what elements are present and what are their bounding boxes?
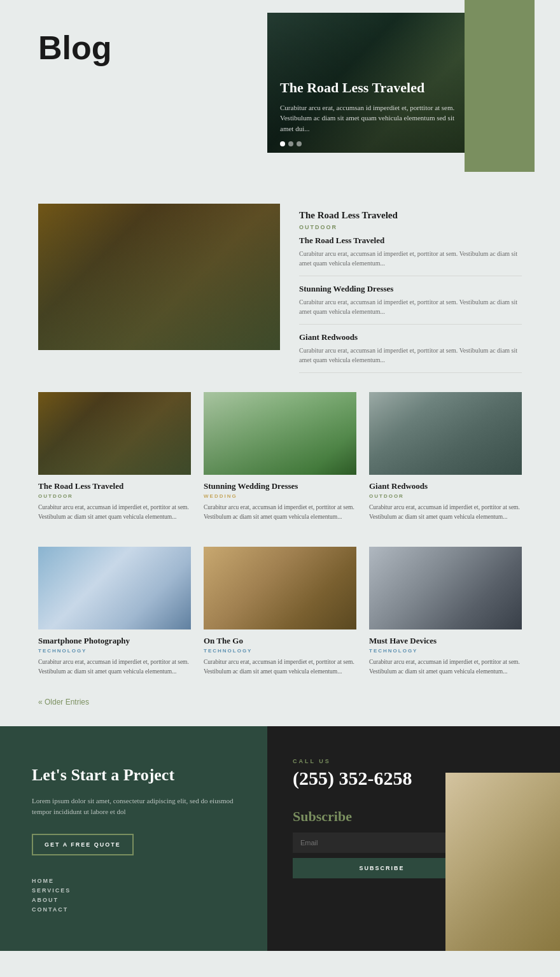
grid-card-desc-1: Curabitur arcu erat, accumsan id imperdi… [38, 503, 191, 521]
grid-card-5[interactable]: On The Go TECHNOLOGY Curabitur arcu erat… [204, 547, 356, 676]
grid-card-image-5 [204, 547, 356, 629]
older-entries-link[interactable]: « Older Entries [38, 698, 89, 706]
footer-nav: HOME SERVICES ABOUT CONTACT [32, 878, 235, 913]
footer-nav-about[interactable]: ABOUT [32, 897, 235, 903]
footer: Let's Start a Project Lorem ipsum dolor … [0, 726, 560, 951]
footer-right: CALL US (255) 352-6258 Subscribe SUBSCRI… [267, 726, 560, 951]
grid-card-image-6 [369, 547, 522, 629]
grid-card-cat-5: TECHNOLOGY [204, 648, 356, 654]
grid-card-cat-3: OUTDOOR [369, 493, 522, 499]
grid-card-2[interactable]: Stunning Wedding Dresses WEDDING Curabit… [204, 392, 356, 521]
footer-nav-contact[interactable]: CONTACT [32, 906, 235, 913]
featured-image [38, 204, 280, 350]
footer-nav-services[interactable]: SERVICES [32, 887, 235, 894]
grid-card-cat-4: TECHNOLOGY [38, 648, 191, 654]
grid-card-title-5: On The Go [204, 636, 356, 646]
featured-section: The Road Less Traveled OUTDOOR The Road … [0, 185, 560, 386]
get-free-quote-button[interactable]: GET A FREE QUOTE [32, 834, 134, 855]
footer-nav-home[interactable]: HOME [32, 878, 235, 884]
sidebar-item-desc-3: Curabitur arcu erat, accumsan id imperdi… [299, 346, 522, 365]
grid-card-title-6: Must Have Devices [369, 636, 522, 646]
hero-dots [280, 141, 302, 146]
footer-plant-image [445, 773, 560, 951]
sidebar-item-title-3: Giant Redwoods [299, 332, 522, 342]
grid-card-3[interactable]: Giant Redwoods OUTDOOR Curabitur arcu er… [369, 392, 522, 521]
grid-card-image-1 [38, 392, 191, 475]
hero-section: Blog The Road Less Traveled Curabitur ar… [0, 0, 560, 185]
sidebar-item-desc-1: Curabitur arcu erat, accumsan id imperdi… [299, 249, 522, 268]
dot-2[interactable] [288, 141, 293, 146]
call-us-label: CALL US [293, 758, 535, 764]
grid-card-title-4: Smartphone Photography [38, 636, 191, 646]
sidebar-item-title-2: Stunning Wedding Dresses [299, 284, 522, 294]
hero-card-text: The Road Less Traveled Curabitur arcu er… [280, 79, 465, 134]
footer-left: Let's Start a Project Lorem ipsum dolor … [0, 726, 267, 951]
older-entries-section: « Older Entries [0, 689, 560, 726]
page-title: Blog [38, 29, 112, 67]
grid-card-cat-2: WEDDING [204, 493, 356, 499]
grid-card-desc-3: Curabitur arcu erat, accumsan id imperdi… [369, 503, 522, 521]
footer-heading: Let's Start a Project [32, 764, 235, 786]
grid-card-desc-6: Curabitur arcu erat, accumsan id imperdi… [369, 657, 522, 676]
sidebar-item-1[interactable]: The Road Less Traveled Curabitur arcu er… [299, 235, 522, 276]
grid-card-image-2 [204, 392, 356, 475]
featured-main-category: OUTDOOR [299, 224, 522, 230]
subscribe-button[interactable]: SUBSCRIBE [293, 858, 471, 878]
email-input[interactable] [293, 833, 471, 853]
sidebar-item-2[interactable]: Stunning Wedding Dresses Curabitur arcu … [299, 276, 522, 325]
grid-1: The Road Less Traveled OUTDOOR Curabitur… [38, 392, 522, 521]
grid-card-desc-5: Curabitur arcu erat, accumsan id imperdi… [204, 657, 356, 676]
grid-card-title-3: Giant Redwoods [369, 481, 522, 491]
hero-card: The Road Less Traveled Curabitur arcu er… [267, 13, 535, 165]
grid-card-desc-2: Curabitur arcu erat, accumsan id imperdi… [204, 503, 356, 521]
grid-2: Smartphone Photography TECHNOLOGY Curabi… [38, 547, 522, 676]
hero-card-title: The Road Less Traveled [280, 79, 465, 97]
hero-card-image: The Road Less Traveled Curabitur arcu er… [267, 13, 465, 153]
dot-3[interactable] [297, 141, 302, 146]
grid-card-4[interactable]: Smartphone Photography TECHNOLOGY Curabi… [38, 547, 191, 676]
grid-section-2: Smartphone Photography TECHNOLOGY Curabi… [0, 534, 560, 689]
grid-card-image-3 [369, 392, 522, 475]
grid-section-1: The Road Less Traveled OUTDOOR Curabitur… [0, 386, 560, 534]
sidebar-item-desc-2: Curabitur arcu erat, accumsan id imperdi… [299, 297, 522, 316]
sidebar-items: The Road Less Traveled Curabitur arcu er… [299, 235, 522, 373]
grid-card-cat-1: OUTDOOR [38, 493, 191, 499]
grid-card-title-1: The Road Less Traveled [38, 481, 191, 491]
hero-card-description: Curabitur arcu erat, accumsan id imperdi… [280, 102, 465, 134]
grid-card-image-4 [38, 547, 191, 629]
sidebar-item-title-1: The Road Less Traveled [299, 235, 522, 246]
featured-main-title: The Road Less Traveled [299, 210, 522, 221]
grid-card-cat-6: TECHNOLOGY [369, 648, 522, 654]
grid-card-6[interactable]: Must Have Devices TECHNOLOGY Curabitur a… [369, 547, 522, 676]
grid-card-desc-4: Curabitur arcu erat, accumsan id imperdi… [38, 657, 191, 676]
dot-1[interactable] [280, 141, 285, 146]
sidebar-item-3[interactable]: Giant Redwoods Curabitur arcu erat, accu… [299, 325, 522, 373]
footer-description: Lorem ipsum dolor sit amet, consectetur … [32, 796, 235, 818]
grid-card-1[interactable]: The Road Less Traveled OUTDOOR Curabitur… [38, 392, 191, 521]
grid-card-title-2: Stunning Wedding Dresses [204, 481, 356, 491]
